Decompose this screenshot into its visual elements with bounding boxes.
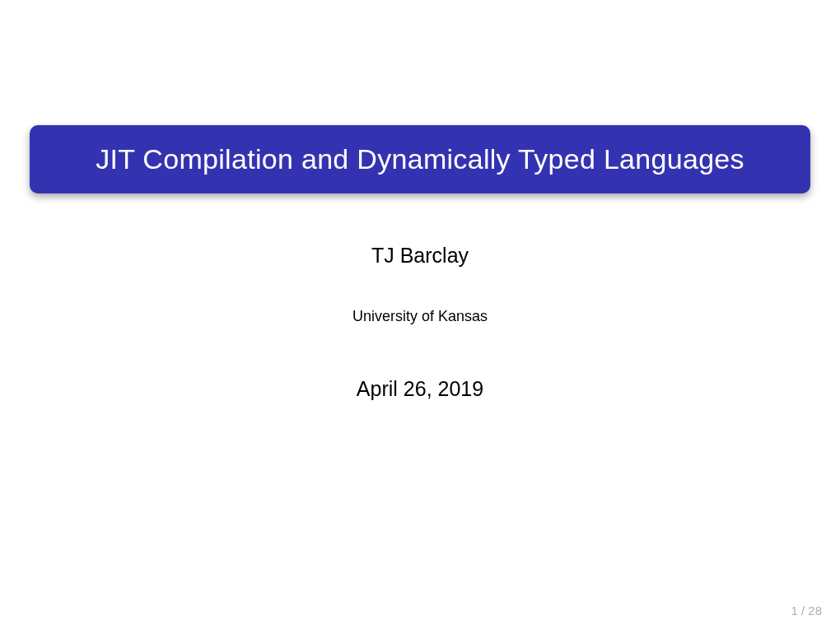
title-box: JIT Compilation and Dynamically Typed La… [30,125,810,193]
current-page: 1 [791,603,797,617]
presentation-date: April 26, 2019 [0,377,840,401]
author-name: TJ Barclay [0,244,840,268]
page-number: 1 / 28 [791,603,822,617]
page-separator: / [798,603,809,617]
total-pages: 28 [808,603,822,617]
slide-title: JIT Compilation and Dynamically Typed La… [54,143,786,175]
affiliation: University of Kansas [0,308,840,325]
